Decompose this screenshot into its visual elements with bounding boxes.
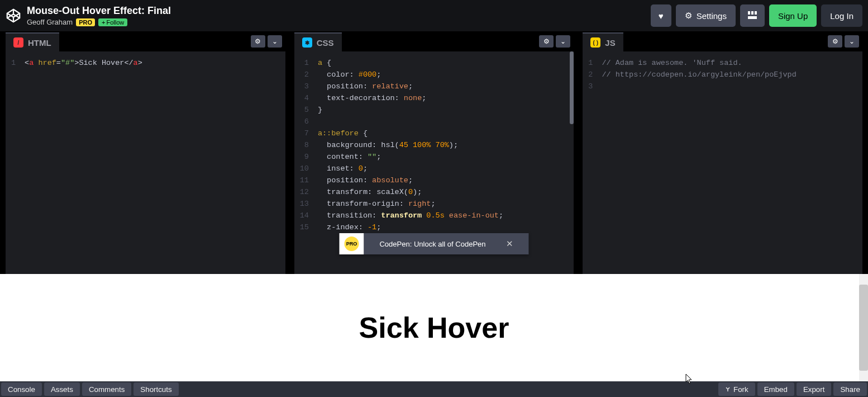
js-tab-label: JS xyxy=(605,38,615,48)
export-label: Export xyxy=(803,385,825,394)
settings-button[interactable]: ⚙ Settings xyxy=(676,4,736,27)
login-label: Log In xyxy=(830,11,853,21)
css-gutter: 123456789101112131415 xyxy=(294,51,313,274)
svg-rect-6 xyxy=(748,16,757,19)
follow-button[interactable]: + Follow xyxy=(98,18,127,26)
svg-rect-5 xyxy=(755,11,757,15)
js-source[interactable]: // Adam is awesome. 'Nuff said.// https:… xyxy=(597,51,862,274)
embed-label: Embed xyxy=(764,385,788,394)
comments-button[interactable]: Comments xyxy=(82,382,131,396)
shortcuts-label: Shortcuts xyxy=(140,385,171,394)
gear-icon: ⚙ xyxy=(255,37,261,45)
html-settings-button[interactable]: ⚙ xyxy=(251,35,265,48)
html-pane-buttons: ⚙ ⌄ xyxy=(251,31,285,51)
codepen-logo-icon[interactable] xyxy=(4,7,22,25)
footer-right: Fork Embed Export Share xyxy=(717,381,868,397)
html-tab-label: HTML xyxy=(28,38,51,48)
gear-icon: ⚙ xyxy=(543,37,550,45)
layout-icon xyxy=(748,11,757,21)
html-tab[interactable]: / HTML xyxy=(6,32,59,51)
promo-banner: PRO CodePen: Unlock all of CodePen ✕ xyxy=(339,233,528,254)
footer-bar: Console Assets Comments Shortcuts Fork E… xyxy=(0,381,868,397)
css-pane-header: CSS ⚙ ⌄ xyxy=(294,31,574,51)
chevron-down-icon: ⌄ xyxy=(272,37,278,45)
js-settings-button[interactable]: ⚙ xyxy=(828,35,842,48)
chevron-down-icon: ⌄ xyxy=(849,37,855,45)
promo-close-button[interactable]: ✕ xyxy=(499,239,513,249)
js-pane-header: ( ) JS ⚙ ⌄ xyxy=(583,31,862,51)
author-name[interactable]: Geoff Graham xyxy=(27,18,73,26)
topbar-actions: ♥ ⚙ Settings Sign Up Log In xyxy=(651,4,862,27)
footer-left: Console Assets Comments Shortcuts xyxy=(0,381,180,397)
comments-label: Comments xyxy=(89,385,125,394)
love-button[interactable]: ♥ xyxy=(651,4,671,27)
close-icon: ✕ xyxy=(506,239,513,248)
gear-icon: ⚙ xyxy=(832,37,838,45)
preview-link[interactable]: Sick Hover xyxy=(359,311,509,344)
html-pane: / HTML ⚙ ⌄ 1 <a href="#">Sick Hover</a> xyxy=(6,31,285,274)
js-chevron-button[interactable]: ⌄ xyxy=(845,35,859,48)
heart-icon: ♥ xyxy=(659,11,664,21)
html-icon: / xyxy=(13,37,23,48)
share-label: Share xyxy=(840,385,860,394)
promo-banner-icon-cell: PRO xyxy=(339,233,364,254)
promo-banner-text-cell[interactable]: CodePen: Unlock all of CodePen ✕ xyxy=(364,233,528,254)
js-tab[interactable]: ( ) JS xyxy=(583,32,623,51)
follow-label: Follow xyxy=(106,19,124,26)
fork-button[interactable]: Fork xyxy=(718,382,755,396)
plus-icon: + xyxy=(102,19,105,26)
share-button[interactable]: Share xyxy=(833,382,867,396)
author-pro-badge: PRO xyxy=(76,18,95,26)
login-button[interactable]: Log In xyxy=(821,4,862,27)
js-editor[interactable]: 123 // Adam is awesome. 'Nuff said.// ht… xyxy=(583,51,862,274)
svg-rect-3 xyxy=(748,11,750,15)
console-label: Console xyxy=(8,385,35,394)
assets-label: Assets xyxy=(51,385,73,394)
js-icon: ( ) xyxy=(590,37,600,48)
chevron-down-icon: ⌄ xyxy=(560,37,566,45)
promo-banner-text: CodePen: Unlock all of CodePen xyxy=(379,240,485,248)
signup-label: Sign Up xyxy=(778,11,808,21)
topbar: Mouse-Out Hover Effect: Final Geoff Grah… xyxy=(0,0,868,31)
preview-scroll-thumb[interactable] xyxy=(859,285,868,371)
settings-label: Settings xyxy=(697,11,727,21)
css-pane-buttons: ⚙ ⌄ xyxy=(539,31,574,51)
assets-button[interactable]: Assets xyxy=(44,382,80,396)
layout-button[interactable] xyxy=(740,4,765,27)
embed-button[interactable]: Embed xyxy=(757,382,794,396)
byline: Geoff Graham PRO + Follow xyxy=(27,18,651,26)
css-tab[interactable]: CSS xyxy=(294,32,342,51)
pen-title: Mouse-Out Hover Effect: Final xyxy=(27,5,651,17)
preview-scrollbar[interactable] xyxy=(859,274,868,381)
css-settings-button[interactable]: ⚙ xyxy=(539,35,554,48)
js-pane-buttons: ⚙ ⌄ xyxy=(828,31,862,51)
css-tab-label: CSS xyxy=(317,38,334,48)
fork-label: Fork xyxy=(733,385,748,394)
gear-icon: ⚙ xyxy=(685,11,692,21)
html-source[interactable]: <a href="#">Sick Hover</a> xyxy=(20,51,285,274)
svg-rect-4 xyxy=(751,11,753,15)
preview-pane: Sick Hover xyxy=(0,274,868,381)
export-button[interactable]: Export xyxy=(797,382,832,396)
shortcuts-button[interactable]: Shortcuts xyxy=(133,382,178,396)
html-gutter: 1 xyxy=(6,51,20,274)
pro-circle-icon: PRO xyxy=(344,237,359,251)
css-chevron-button[interactable]: ⌄ xyxy=(556,35,570,48)
title-block: Mouse-Out Hover Effect: Final Geoff Grah… xyxy=(27,5,651,26)
fork-icon xyxy=(725,385,731,394)
css-scroll-thumb[interactable] xyxy=(570,51,574,124)
js-gutter: 123 xyxy=(583,51,597,274)
html-editor[interactable]: 1 <a href="#">Sick Hover</a> xyxy=(6,51,285,274)
console-button[interactable]: Console xyxy=(1,382,42,396)
css-icon xyxy=(302,37,312,48)
html-pane-header: / HTML ⚙ ⌄ xyxy=(6,31,285,51)
html-chevron-button[interactable]: ⌄ xyxy=(268,35,282,48)
signup-button[interactable]: Sign Up xyxy=(769,4,817,27)
js-pane: ( ) JS ⚙ ⌄ 123 // Adam is awesome. 'Nuff… xyxy=(583,31,862,274)
